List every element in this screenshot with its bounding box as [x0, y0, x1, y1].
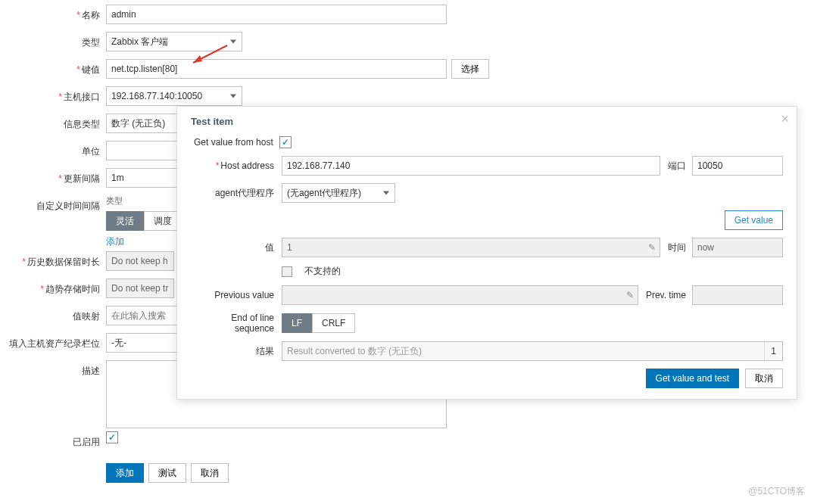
history-input[interactable]: [106, 251, 174, 271]
name-input[interactable]: [106, 5, 447, 24]
key-select-button[interactable]: 选择: [451, 59, 489, 79]
get-value-and-test-button[interactable]: Get value and test: [646, 369, 739, 388]
prev-value-label: Previous value: [191, 290, 282, 300]
enabled-label: 已启用: [0, 431, 106, 449]
get-from-host-label: Get value from host: [191, 137, 279, 148]
history-label: *历史数据保留时长: [0, 251, 106, 269]
value-input[interactable]: [282, 238, 660, 257]
trend-input[interactable]: [106, 278, 174, 298]
prev-time-label: Prev. time: [646, 290, 686, 300]
prev-time-input: [692, 285, 783, 305]
type-select[interactable]: Zabbix 客户端: [106, 32, 242, 51]
name-label: *名称: [0, 5, 106, 22]
port-input[interactable]: [692, 156, 783, 176]
get-value-button[interactable]: Get value: [725, 210, 783, 230]
result-output: Result converted to 数字 (无正负) 1: [282, 341, 783, 361]
custom-interval-label: 自定义时间间隔: [0, 195, 106, 213]
eol-toggle: LF CRLF: [282, 313, 355, 333]
close-icon[interactable]: ×: [781, 111, 789, 127]
watermark: @51CTO博客: [748, 485, 805, 498]
inventory-label: 填入主机资产纪录栏位: [0, 333, 106, 350]
add-button[interactable]: 添加: [106, 463, 144, 483]
time-label: 时间: [668, 241, 686, 254]
cancel-button[interactable]: 取消: [191, 463, 229, 483]
info-type-label: 信息类型: [0, 114, 106, 131]
modal-title: Test item: [191, 116, 783, 127]
port-label: 端口: [668, 160, 686, 173]
eol-crlf-button[interactable]: CRLF: [312, 313, 355, 333]
custom-interval-tabs: 灵活 调度: [106, 211, 182, 231]
unsupported-label: 不支持的: [304, 265, 341, 278]
unsupported-checkbox[interactable]: [282, 266, 292, 277]
add-interval-link[interactable]: 添加: [106, 235, 124, 248]
modal-cancel-button[interactable]: 取消: [745, 369, 783, 388]
get-from-host-checkbox[interactable]: [279, 136, 292, 148]
eol-lf-button[interactable]: LF: [282, 313, 312, 333]
description-label: 描述: [0, 360, 106, 378]
host-interface-label: *主机接口: [0, 86, 106, 104]
type-label: 类型: [0, 32, 106, 49]
host-address-input[interactable]: [282, 156, 660, 176]
trend-label: *趋势存储时间: [0, 278, 106, 296]
custom-interval-header: 类型: [106, 195, 123, 207]
valuemap-label: 值映射: [0, 306, 106, 323]
tab-flexible[interactable]: 灵活: [106, 211, 144, 231]
prev-value-input: [282, 285, 638, 305]
test-button[interactable]: 测试: [148, 463, 186, 483]
proxy-select[interactable]: (无agent代理程序): [282, 183, 395, 203]
enabled-checkbox[interactable]: [106, 431, 118, 443]
result-label: 结果: [191, 345, 282, 358]
key-label: *键值: [0, 59, 106, 76]
update-interval-label: *更新间隔: [0, 168, 106, 185]
eol-label: End of line sequence: [191, 313, 282, 334]
test-item-modal: Test item × Get value from host *Host ad…: [176, 106, 797, 400]
proxy-label: agent代理程序: [191, 187, 282, 200]
host-address-label: *Host address: [191, 160, 282, 171]
unit-label: 单位: [0, 141, 106, 158]
key-input[interactable]: [106, 59, 447, 79]
host-interface-select[interactable]: 192.168.77.140:10050: [106, 86, 242, 106]
time-input[interactable]: [692, 238, 783, 257]
result-value: 1: [764, 342, 782, 360]
result-placeholder: Result converted to 数字 (无正负): [282, 345, 764, 358]
value-label: 值: [191, 241, 282, 254]
